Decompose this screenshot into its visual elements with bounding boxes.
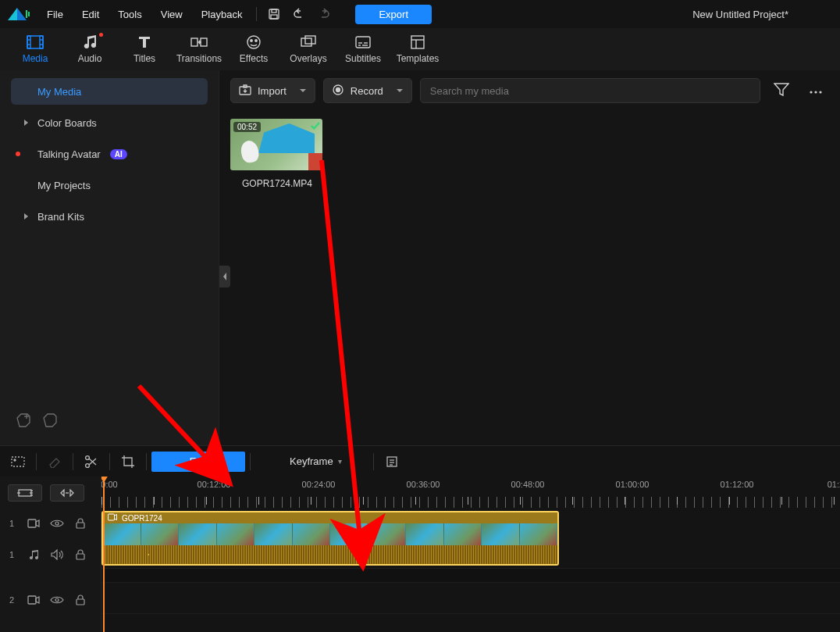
menu-edit[interactable]: Edit [74, 5, 107, 23]
import-button[interactable]: Import [230, 78, 315, 103]
sidebar-item-my-media[interactable]: My Media [11, 78, 208, 105]
new-dot-icon [99, 33, 103, 37]
tracks-area[interactable]: GOPR1724 [101, 508, 840, 632]
split-icon[interactable] [73, 446, 109, 477]
svg-rect-9 [40, 36, 43, 48]
svg-rect-53 [77, 523, 84, 528]
sidebar-item-talking-avatar[interactable]: Talking Avatar AI [11, 141, 208, 167]
svg-point-18 [255, 40, 257, 41]
timeline-clip[interactable]: GOPR1724 [101, 511, 559, 566]
app-logo[interactable] [5, 5, 31, 23]
tag-icon[interactable] [42, 412, 58, 431]
crop-icon[interactable] [110, 446, 146, 477]
keyframe-button[interactable]: Keyframe ▾ [290, 455, 342, 467]
more-button[interactable] [803, 78, 829, 103]
sidebar-bottom-tools [11, 409, 208, 437]
mode-transitions[interactable]: Transitions [172, 28, 226, 70]
chevron-down-icon [396, 85, 404, 97]
lock-icon[interactable] [73, 516, 87, 530]
speaker-icon[interactable] [50, 548, 64, 562]
sidebar-item-label: My Projects [37, 180, 91, 191]
svg-rect-8 [27, 36, 30, 48]
menu-view[interactable]: View [153, 5, 190, 23]
sidebar-item-color-boards[interactable]: Color Boards [11, 109, 208, 136]
more-icon [809, 85, 823, 97]
lock-icon[interactable] [73, 548, 87, 562]
track-number: 1 [9, 550, 17, 559]
svg-point-38 [14, 459, 16, 461]
svg-point-33 [336, 87, 340, 91]
audio-icon [81, 34, 98, 50]
playhead[interactable] [103, 477, 105, 632]
overlays-icon [300, 34, 317, 50]
record-button[interactable]: Record [323, 78, 412, 103]
svg-rect-15 [201, 38, 207, 46]
mode-templates[interactable]: Templates [390, 28, 445, 70]
sidebar-item-brand-kits[interactable]: Brand Kits [11, 203, 208, 230]
mode-subtitles[interactable]: Subtitles [336, 28, 390, 70]
mode-label: Titles [133, 53, 155, 64]
svg-point-56 [55, 598, 59, 602]
record-icon [332, 84, 344, 98]
track-headers: 1 1 2 [0, 477, 101, 632]
svg-point-34 [810, 91, 812, 93]
camera-icon [108, 513, 117, 523]
timeline-ruler[interactable]: 0:0000:12:0000:24:0000:36:0000:48:0001:0… [101, 477, 840, 508]
svg-rect-45 [19, 490, 31, 496]
video-icon [27, 593, 41, 607]
eye-icon[interactable] [50, 593, 64, 607]
export-button[interactable]: Export [355, 5, 432, 24]
templates-icon [409, 34, 426, 50]
keyframe-label: Keyframe [290, 455, 333, 467]
mode-audio[interactable]: Audio [62, 28, 117, 70]
menu-tools[interactable]: Tools [110, 5, 149, 23]
svg-marker-0 [8, 8, 17, 20]
mode-label: Transitions [176, 53, 222, 64]
undo-icon[interactable] [288, 5, 310, 23]
eye-icon[interactable] [50, 516, 64, 530]
subtitles-icon [354, 34, 372, 50]
titles-icon [136, 34, 153, 50]
selection-tool-icon[interactable] [0, 446, 36, 477]
track-header-video-1[interactable]: 1 [0, 508, 101, 539]
record-label: Record [351, 85, 383, 97]
clip-filename: GOPR1724.MP4 [230, 178, 324, 189]
menu-file[interactable]: File [39, 5, 71, 23]
svg-rect-7 [27, 36, 43, 48]
search-input[interactable] [420, 78, 760, 103]
ripple-button[interactable] [50, 484, 84, 502]
sidebar-item-my-projects[interactable]: My Projects [11, 172, 208, 198]
music-icon [27, 548, 41, 562]
save-icon[interactable] [263, 5, 285, 23]
svg-rect-14 [191, 38, 198, 46]
redo-icon[interactable] [313, 5, 335, 23]
svg-point-36 [819, 91, 821, 93]
menu-playback[interactable]: Playback [194, 5, 251, 23]
mode-media[interactable]: Media [8, 28, 62, 70]
svg-point-39 [86, 455, 90, 459]
clip-duration: 00:52 [233, 122, 261, 132]
eraser-icon[interactable] [37, 446, 73, 477]
filter-button[interactable] [768, 78, 795, 103]
svg-point-17 [251, 40, 252, 41]
track-header-video-2[interactable]: 2 [0, 584, 101, 616]
properties-icon[interactable] [374, 446, 410, 477]
auto-fit-button[interactable] [8, 484, 42, 502]
media-grid: 00:52 GOPR1724.MP4 [219, 111, 840, 445]
ruler-tick: 01:24:5 [828, 480, 840, 489]
filter-icon [774, 83, 789, 99]
timeline-clip-label: GOPR1724 [122, 514, 162, 523]
tag-add-icon[interactable] [16, 412, 31, 431]
lock-icon[interactable] [73, 593, 87, 607]
track-header-audio-1[interactable]: 1 [0, 539, 101, 570]
mode-effects[interactable]: Effects [226, 28, 281, 70]
media-clip[interactable]: 00:52 GOPR1724.MP4 [230, 119, 324, 189]
timeline-body[interactable]: 0:0000:12:0000:24:0000:36:0000:48:0001:0… [101, 477, 840, 632]
mode-overlays[interactable]: Overlays [281, 28, 336, 70]
ruler-tick: 00:48:00 [511, 480, 545, 489]
edit-button[interactable]: Edit [151, 452, 245, 472]
ai-badge: AI [110, 149, 127, 159]
svg-rect-54 [77, 554, 84, 559]
mode-titles[interactable]: Titles [117, 28, 172, 70]
media-controls: Import Record [219, 70, 840, 111]
